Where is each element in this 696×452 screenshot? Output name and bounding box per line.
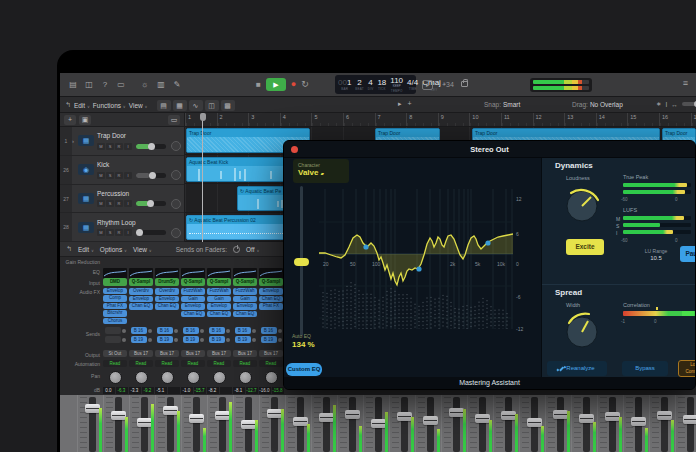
pan-knob[interactable] xyxy=(171,141,181,151)
volume-value[interactable]: -3.3 xyxy=(129,387,141,394)
send-slot-button[interactable]: B 16 xyxy=(235,327,251,334)
pan-knob[interactable] xyxy=(109,371,122,384)
input-slot-button[interactable]: Q-Sampl xyxy=(259,278,283,286)
hide-tracks-button[interactable]: ▭ xyxy=(168,115,180,125)
excite-button[interactable]: Excite xyxy=(566,239,604,255)
view-icon-button[interactable]: ☼ xyxy=(138,78,152,91)
track-state-button[interactable]: R xyxy=(115,143,123,150)
channel-fader[interactable] xyxy=(103,395,129,452)
channel-fader[interactable] xyxy=(155,395,181,452)
send-level-knob[interactable] xyxy=(252,329,256,333)
channel-fader[interactable] xyxy=(363,395,389,452)
fader-cap[interactable] xyxy=(423,416,438,425)
pan-knob[interactable] xyxy=(239,371,252,384)
add-tool-icon[interactable]: + xyxy=(408,100,412,108)
fx-slot-button[interactable]: Envelop xyxy=(207,303,231,310)
fader-cap[interactable] xyxy=(527,418,542,427)
mixer-menu-options[interactable]: Options ∨ xyxy=(100,246,127,253)
fx-slot-button[interactable]: Envelop xyxy=(181,303,205,310)
volume-value[interactable]: 0.0 xyxy=(103,387,115,394)
send-slot-button[interactable]: B 16 xyxy=(131,327,147,334)
send-level-knob[interactable] xyxy=(174,338,178,342)
tool-button[interactable]: ◫ xyxy=(205,100,219,111)
volume-value[interactable]: -5.1 xyxy=(155,387,167,394)
fx-slot-button[interactable]: Chan EQ xyxy=(155,303,179,310)
reanalyze-button[interactable]: Reanalyze xyxy=(547,361,607,376)
track-name[interactable]: Kick xyxy=(97,161,184,168)
channel-fader[interactable] xyxy=(389,395,415,452)
channel-fader[interactable] xyxy=(519,395,545,452)
output-slot-button[interactable]: St Out xyxy=(103,350,127,357)
fx-slot-button[interactable]: Envelop xyxy=(259,288,283,295)
send-slot-button[interactable]: B 19 xyxy=(183,336,199,343)
pan-knob[interactable] xyxy=(187,371,200,384)
eq-thumbnail[interactable] xyxy=(103,265,127,278)
close-icon[interactable] xyxy=(291,146,298,153)
disclosure-icon[interactable]: › xyxy=(72,138,77,144)
track-state-button[interactable]: I xyxy=(124,143,132,150)
fader-cap[interactable] xyxy=(683,415,696,424)
send-slot-button[interactable]: B 16 xyxy=(157,327,173,334)
fx-slot-button[interactable]: Chan EQ xyxy=(181,311,205,318)
channel-fader[interactable] xyxy=(233,395,259,452)
track-header[interactable]: 28 ▦ Rhythm Loop MSRI xyxy=(60,213,184,242)
channel-fader[interactable] xyxy=(181,395,207,452)
fader-cap[interactable] xyxy=(579,414,594,423)
tool-button[interactable]: ▩ xyxy=(221,100,235,111)
automation-mode-button[interactable]: Read xyxy=(233,360,257,367)
automation-mode-button[interactable]: Read xyxy=(129,360,153,367)
track-state-button[interactable]: R xyxy=(115,200,123,207)
pan-knob[interactable] xyxy=(265,371,278,384)
fx-slot-button[interactable]: Envelop xyxy=(155,296,179,303)
toolbar-icon-button[interactable]: ▭ xyxy=(114,78,128,91)
send-slot-button[interactable]: B 19 xyxy=(209,336,225,343)
channel-fader[interactable] xyxy=(77,395,103,452)
send-level-knob[interactable] xyxy=(122,338,126,342)
send-slot-button[interactable]: B 19 xyxy=(157,336,173,343)
track-header[interactable]: 1 › ▦ Trap Door MSRI xyxy=(60,127,184,156)
volume-value[interactable]: -1.0 xyxy=(181,387,193,394)
automation-mode-button[interactable]: Read xyxy=(259,360,283,367)
channel-fader[interactable] xyxy=(415,395,441,452)
channel-fader[interactable] xyxy=(623,395,649,452)
fader-cap[interactable] xyxy=(345,410,360,419)
send-slot-button[interactable]: B 16 xyxy=(183,327,199,334)
send-slot-button[interactable]: B 19 xyxy=(235,336,251,343)
output-slot-button[interactable]: Bus 17 xyxy=(259,350,283,357)
fader-cap[interactable] xyxy=(111,411,126,420)
send-level-knob[interactable] xyxy=(122,329,126,333)
view-icon-button[interactable]: ▥ xyxy=(154,78,168,91)
volume-slider[interactable] xyxy=(136,144,166,149)
track-name[interactable]: Percussion xyxy=(97,190,184,197)
send-level-knob[interactable] xyxy=(174,329,178,333)
back-icon[interactable]: ↰ xyxy=(66,245,72,253)
power-icon[interactable] xyxy=(233,246,240,253)
back-icon[interactable]: ↰ xyxy=(65,101,71,109)
fader-cap[interactable] xyxy=(85,404,100,413)
view-icon-button[interactable]: ✎ xyxy=(170,78,184,91)
channel-fader[interactable] xyxy=(545,395,571,452)
fx-slot-button[interactable]: Chan EQ xyxy=(259,296,283,303)
loudness-knob[interactable] xyxy=(562,184,602,228)
fx-slot-button[interactable]: Comp xyxy=(103,295,127,301)
fader-cap[interactable] xyxy=(449,408,464,417)
record-button[interactable]: ● xyxy=(291,78,296,91)
automation-mode-button[interactable]: Read xyxy=(207,360,231,367)
fx-slot-button[interactable]: Phat FX xyxy=(259,303,283,310)
fx-slot-button[interactable]: Gain xyxy=(233,296,257,303)
fx-slot-button[interactable]: Bitcrshr xyxy=(103,310,127,316)
snap-menu[interactable]: Snap:Smart xyxy=(484,101,520,108)
volume-value[interactable]: -8.2 xyxy=(207,387,219,394)
channel-fader[interactable] xyxy=(675,395,696,452)
send-level-knob[interactable] xyxy=(278,338,282,342)
bypass-button[interactable]: Bypass xyxy=(622,361,668,376)
channel-fader[interactable] xyxy=(285,395,311,452)
channel-fader[interactable] xyxy=(649,395,675,452)
track-header[interactable]: 27 ▦ Percussion MSRI xyxy=(60,185,184,214)
cycle-button[interactable]: ↻ xyxy=(301,78,309,91)
channel-fader[interactable] xyxy=(129,395,155,452)
track-state-button[interactable]: M xyxy=(97,200,105,207)
volume-slider[interactable] xyxy=(136,173,166,178)
lcd-display[interactable]: 001 BAR 2BEAT 4DIV 18TICK 110 KEEP TEMPO… xyxy=(335,75,416,94)
input-slot-button[interactable]: Q-Sampl xyxy=(181,278,205,286)
